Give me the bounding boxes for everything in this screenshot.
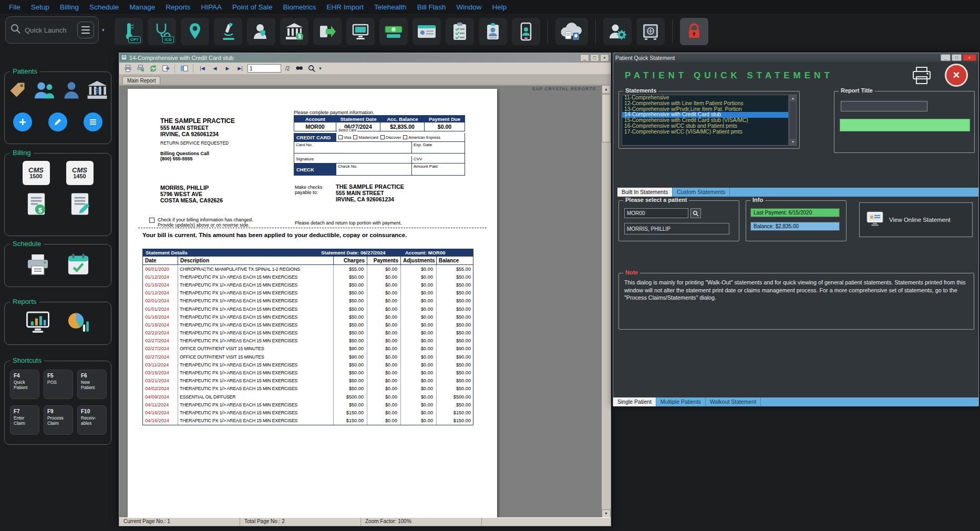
previous-page-button[interactable]: ◀ — [210, 64, 220, 73]
print-report-icon[interactable] — [122, 64, 133, 73]
scroll-down-button[interactable]: ▼ — [602, 509, 611, 518]
pqs-close-button[interactable]: × — [963, 54, 976, 61]
last-page-button[interactable]: ▶| — [235, 64, 245, 73]
export-button[interactable] — [313, 18, 342, 45]
mobile-patient-button[interactable] — [512, 18, 540, 45]
first-page-button[interactable]: |◀ — [197, 64, 208, 73]
menu-item[interactable]: Setup — [26, 2, 54, 13]
patient-search-button[interactable] — [690, 208, 701, 218]
facility-locations-button[interactable] — [181, 18, 209, 45]
card-type-mastercard[interactable]: Mastercard — [353, 135, 378, 140]
statement-source-tab[interactable]: Custom Statements — [673, 188, 730, 197]
receipt-button[interactable]: $ — [25, 191, 48, 219]
shortcut-button[interactable]: F10 Receiv-ables — [77, 405, 107, 435]
export-report-icon[interactable] — [160, 64, 171, 73]
statements-listbox[interactable]: 11-Comprehensive12-Comprehensive with Li… — [622, 95, 789, 146]
menu-item[interactable]: HIPAA — [196, 2, 226, 13]
patient-list-button[interactable] — [84, 113, 102, 131]
report-window-titlebar[interactable]: 14-Comprehensive with Credit Card stub _… — [119, 53, 611, 63]
shortcut-button[interactable]: F7 Enter Claim — [10, 405, 39, 435]
discover-checkbox[interactable] — [380, 135, 385, 139]
card-type-discover[interactable]: Discover — [380, 135, 401, 140]
patient-tag-icon[interactable] — [8, 80, 27, 101]
scroll-up-button[interactable]: ▲ — [602, 85, 611, 94]
quick-launch[interactable]: Quick Launch — [5, 16, 99, 44]
menu-item[interactable]: Help — [487, 2, 511, 13]
statements-scroll-up-icon[interactable]: ▲ — [790, 95, 796, 101]
patient-accounts-icon[interactable]: $ — [87, 80, 108, 102]
patients-group-icon[interactable] — [33, 79, 56, 103]
menu-item[interactable]: File — [4, 2, 25, 13]
zoom-dropdown-icon[interactable]: ▾ — [319, 66, 322, 71]
report-viewer-area[interactable]: SAP CRYSTAL REPORTS Please complete paym… — [119, 85, 611, 518]
hamburger-menu-icon[interactable] — [77, 22, 94, 38]
menu-item[interactable]: Biometrics — [278, 2, 321, 13]
patient-person-icon[interactable] — [62, 80, 81, 102]
statement-mode-tab[interactable]: Single Patient — [613, 397, 656, 406]
scrollbar-thumb[interactable] — [602, 94, 611, 142]
pqs-maximize-button[interactable]: □ — [952, 54, 962, 61]
patient-code-input[interactable] — [624, 208, 688, 218]
user-settings-button[interactable] — [603, 18, 632, 45]
cpt-codes-button[interactable]: CPT — [115, 18, 143, 45]
shortcut-button[interactable]: F9 Process Claim — [44, 405, 73, 435]
payments-button[interactable] — [379, 18, 408, 45]
statement-option[interactable]: 17-Comprehensive w/CC (VISA/MC) Patient … — [622, 129, 788, 135]
report-title-input[interactable] — [841, 101, 927, 111]
group-tree-toggle-icon[interactable] — [179, 64, 189, 73]
billing-change-checkbox[interactable] — [149, 218, 154, 223]
menu-item[interactable]: Telehealth — [369, 2, 411, 13]
statement-option[interactable]: 12-Comprehensive with Line Item Patient … — [622, 101, 788, 107]
report-title-preview-field[interactable] — [840, 119, 970, 131]
cms-1500-button[interactable]: CMS 1500 — [23, 161, 50, 185]
statement-mode-tab[interactable]: Multiple Patients — [656, 397, 706, 406]
page-number-input[interactable] — [247, 64, 281, 73]
vault-button[interactable] — [636, 18, 665, 45]
billing-institution-button[interactable]: $ — [280, 18, 308, 45]
menu-item[interactable]: Manage — [125, 2, 160, 13]
visa-checkbox[interactable] — [338, 135, 343, 139]
calendar-check-button[interactable] — [66, 253, 91, 278]
close-button[interactable]: × — [600, 54, 609, 62]
statement-mode-tab[interactable]: Walkout Statement — [706, 397, 761, 406]
menu-item[interactable]: EHR Import — [322, 2, 369, 13]
insurance-card-button[interactable] — [412, 18, 441, 45]
main-report-tab[interactable]: Main Report — [122, 76, 160, 84]
tasks-checklist-button[interactable] — [446, 18, 474, 45]
quick-launch-dropdown-icon[interactable]: ▾ — [102, 27, 105, 33]
card-type-visa[interactable]: Visa — [338, 135, 351, 140]
edit-patient-button[interactable] — [48, 113, 67, 131]
workstation-button[interactable] — [346, 18, 375, 45]
icd-codes-button[interactable]: ICD — [148, 18, 176, 45]
cms-1450-button[interactable]: CMS 1450 — [66, 161, 94, 185]
report-monitor-button[interactable] — [25, 311, 50, 336]
pqs-cancel-button[interactable]: × — [945, 64, 968, 87]
menu-item[interactable]: Bill Flash — [412, 2, 451, 13]
labs-button[interactable] — [214, 18, 242, 45]
menu-item[interactable]: Billing — [55, 2, 84, 13]
amex-checkbox[interactable] — [403, 135, 407, 139]
zoom-icon[interactable] — [306, 64, 317, 73]
shortcut-button[interactable]: F4 Quick Patient — [10, 370, 39, 399]
find-icon[interactable] — [294, 64, 304, 73]
add-patient-button[interactable] — [13, 113, 32, 131]
cloud-documents-button[interactable] — [555, 18, 588, 45]
menu-item[interactable]: Point of Sale — [228, 2, 277, 13]
report-pie-chart-button[interactable] — [66, 311, 91, 336]
mastercard-checkbox[interactable] — [353, 135, 357, 139]
statements-scroll-down-icon[interactable]: ▼ — [790, 139, 796, 145]
menu-item[interactable]: Schedule — [85, 2, 123, 13]
print-schedule-button[interactable] — [25, 253, 50, 278]
patient-id-badge-button[interactable] — [479, 18, 507, 45]
card-type-amex[interactable]: American Express — [403, 135, 440, 140]
lock-session-button[interactable] — [680, 18, 708, 45]
statement-source-tab[interactable]: Built In Statements — [617, 188, 673, 197]
menu-item[interactable]: Window — [451, 2, 486, 13]
statements-scrollbar[interactable]: ▲ ▼ — [789, 95, 797, 146]
guarantor-button[interactable] — [247, 18, 275, 45]
pqs-titlebar[interactable]: Patient Quick Statement _ □ × — [613, 53, 978, 62]
shortcut-button[interactable]: F5 POS — [44, 370, 73, 399]
next-page-button[interactable]: ▶ — [222, 64, 233, 73]
print-setup-icon[interactable] — [135, 64, 146, 73]
shortcut-button[interactable]: F6 New Patient — [77, 370, 107, 399]
